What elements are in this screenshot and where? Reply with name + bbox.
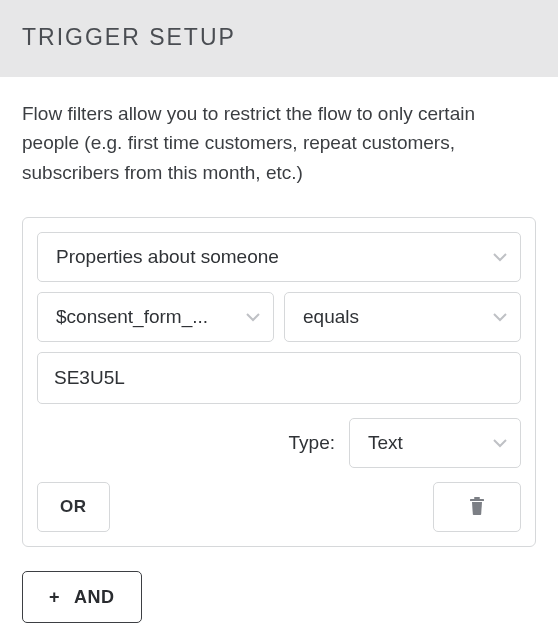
and-button-label: AND — [74, 587, 115, 608]
filter-group: Properties about someone $consent_form_.… — [22, 217, 536, 547]
operator-select[interactable]: equals — [284, 292, 521, 342]
and-button[interactable]: + AND — [22, 571, 142, 623]
type-select-value: Text — [368, 432, 480, 454]
field-select-value: $consent_form_... — [56, 306, 233, 328]
page-title: TRIGGER SETUP — [22, 24, 536, 51]
plus-icon: + — [49, 587, 60, 608]
property-select[interactable]: Properties about someone — [37, 232, 521, 282]
field-select[interactable]: $consent_form_... — [37, 292, 274, 342]
trash-icon — [469, 497, 485, 518]
or-button[interactable]: OR — [37, 482, 110, 532]
header: TRIGGER SETUP — [0, 0, 558, 77]
description-text: Flow filters allow you to restrict the f… — [22, 99, 536, 187]
content: Flow filters allow you to restrict the f… — [0, 77, 558, 638]
property-select-value: Properties about someone — [56, 246, 480, 268]
svg-rect-1 — [470, 499, 484, 501]
type-select[interactable]: Text — [349, 418, 521, 468]
delete-button[interactable] — [433, 482, 521, 532]
operator-select-value: equals — [303, 306, 480, 328]
svg-rect-0 — [474, 497, 480, 499]
value-input[interactable] — [37, 352, 521, 404]
type-label: Type: — [289, 432, 335, 454]
